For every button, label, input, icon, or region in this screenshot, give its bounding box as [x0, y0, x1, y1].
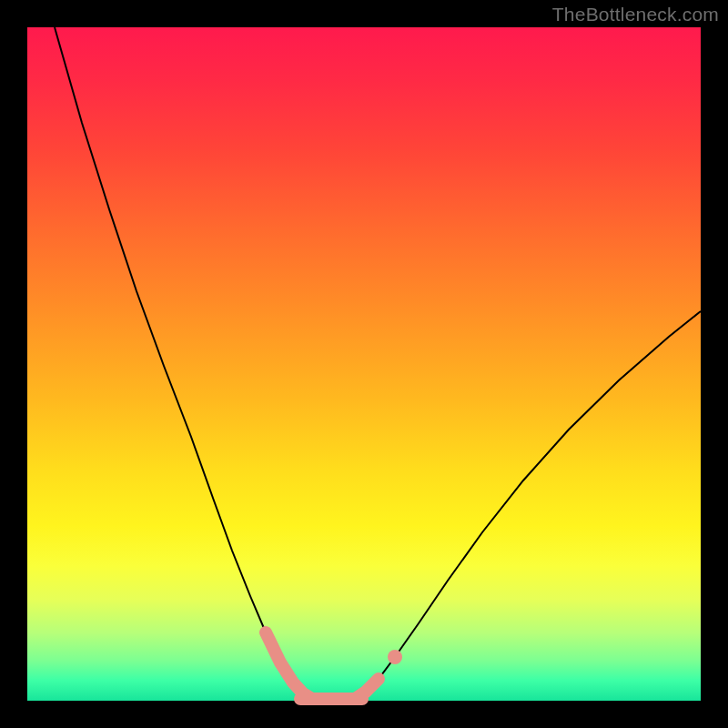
chart-canvas — [27, 27, 701, 701]
chart-frame: TheBottleneck.com — [0, 0, 728, 728]
marker-left-segment — [266, 632, 312, 699]
curve-right — [355, 311, 701, 699]
watermark-text: TheBottleneck.com — [552, 4, 719, 25]
curve-left — [55, 27, 312, 699]
marker-right-segment — [355, 679, 379, 699]
marker-right-dot — [388, 650, 402, 664]
